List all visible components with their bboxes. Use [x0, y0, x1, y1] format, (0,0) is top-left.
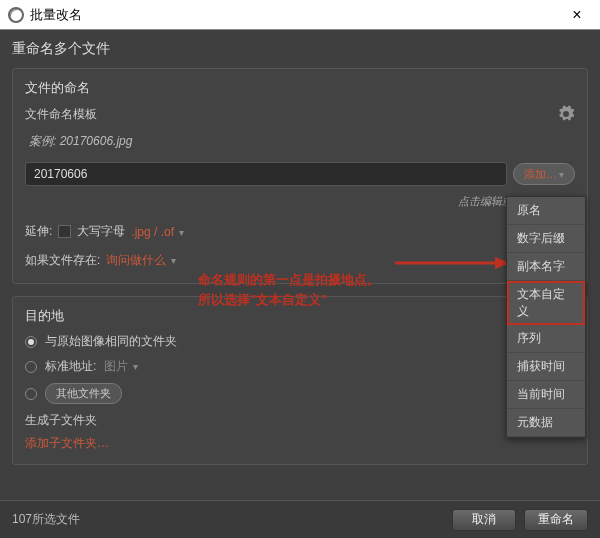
- window-title: 批量改名: [30, 6, 562, 24]
- filename-input[interactable]: [25, 162, 507, 186]
- app-icon: [8, 7, 24, 23]
- uppercase-label: 大写字母: [77, 223, 125, 240]
- naming-panel: 文件的命名 文件命名模板 案例: 20170606.jpg 添加…▾ 点击编辑或…: [12, 68, 588, 284]
- annotation-arrow: [395, 253, 510, 273]
- menu-item-3[interactable]: 文本自定义: [507, 281, 585, 325]
- cancel-button[interactable]: 取消: [452, 509, 516, 531]
- page-title: 重命名多个文件: [12, 40, 588, 58]
- other-folder-button[interactable]: 其他文件夹: [45, 383, 122, 404]
- exists-label: 如果文件存在:: [25, 252, 100, 269]
- menu-item-2[interactable]: 副本名字: [507, 253, 585, 281]
- template-label: 文件命名模板: [25, 106, 97, 123]
- exists-action-dropdown[interactable]: 询问做什么 ▾: [106, 252, 176, 269]
- footer: 107所选文件 取消 重命名: [0, 500, 600, 538]
- radio-other[interactable]: [25, 388, 37, 400]
- close-icon[interactable]: ×: [562, 0, 592, 30]
- status-text: 107所选文件: [12, 511, 444, 528]
- gear-icon[interactable]: [557, 105, 575, 123]
- add-subfolder-link[interactable]: 添加子文件夹…: [25, 435, 575, 452]
- radio-same-folder[interactable]: [25, 336, 37, 348]
- add-button[interactable]: 添加…▾: [513, 163, 575, 185]
- titlebar: 批量改名 ×: [0, 0, 600, 30]
- edit-hint: 点击编辑或删除,拖放…: [25, 194, 571, 209]
- menu-item-5[interactable]: 捕获时间: [507, 353, 585, 381]
- gen-subfolder-label: 生成子文件夹: [25, 412, 575, 429]
- destination-panel: 目的地 与原始图像相同的文件夹 标准地址: 图片 ▾ 其他文件夹 生成子文件夹 …: [12, 296, 588, 465]
- menu-item-0[interactable]: 原名: [507, 197, 585, 225]
- radio-standard-label: 标准地址:: [45, 358, 96, 375]
- dest-title: 目的地: [25, 307, 575, 325]
- menu-item-1[interactable]: 数字后缀: [507, 225, 585, 253]
- ext-dropdown[interactable]: .jpg / .of ▾: [131, 225, 183, 239]
- annotation-text: 命名规则的第一点是拍摄地点。 所以选择"文本自定义": [198, 270, 380, 309]
- example-text: 案例: 20170606.jpg: [29, 133, 575, 150]
- menu-item-6[interactable]: 当前时间: [507, 381, 585, 409]
- menu-item-7[interactable]: 元数据: [507, 409, 585, 437]
- standard-path-dropdown[interactable]: 图片 ▾: [104, 358, 138, 375]
- radio-same-label: 与原始图像相同的文件夹: [45, 333, 177, 350]
- add-dropdown-menu: 原名数字后缀副本名字文本自定义序列捕获时间当前时间元数据: [506, 196, 586, 438]
- rename-button[interactable]: 重命名: [524, 509, 588, 531]
- radio-standard[interactable]: [25, 361, 37, 373]
- uppercase-checkbox[interactable]: [58, 225, 71, 238]
- ext-label: 延伸:: [25, 223, 52, 240]
- naming-title: 文件的命名: [25, 79, 575, 97]
- menu-item-4[interactable]: 序列: [507, 325, 585, 353]
